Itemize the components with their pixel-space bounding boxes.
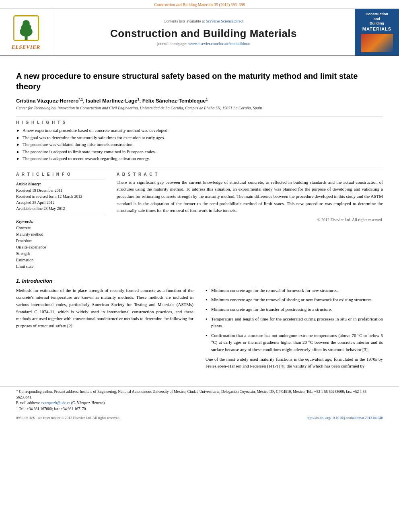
highlight-item: ►A new experimental procedure based on c… [16, 127, 383, 134]
intro-columns: Methods for estimation of the in-place s… [16, 287, 383, 374]
keywords-section: Keywords: ConcreteMaturity methodProcedu… [16, 219, 105, 270]
divider-2 [16, 168, 383, 168]
author2-name: , Isabel Martínez-Lage [83, 98, 137, 104]
author3-name: , Félix Sánchez-Tembleque [139, 98, 206, 104]
author1-name: Cristina Vázquez-Herrero [16, 98, 78, 104]
intro-paragraph-2: One of the most widely used maturity fun… [206, 356, 383, 370]
keyword-item: Maturity method [16, 231, 105, 238]
keywords-label: Keywords: [16, 219, 105, 224]
highlight-arrow-icon: ► [16, 149, 20, 155]
elsevier-logo-area: ELSEVIER [0, 9, 52, 55]
elsevier-tree-icon [12, 14, 40, 42]
issn-text: 0950-0618/$ - see front matter © 2012 El… [16, 416, 120, 420]
revised-date: Received in revised form 12 March 2012 [16, 193, 105, 199]
email-note: E-mail address: cvazquezh@udc.es (C. Váz… [16, 400, 383, 406]
accepted-date: Accepted 25 April 2012 [16, 199, 105, 205]
author1-sup: *,1 [78, 97, 83, 101]
divider-keywords [16, 215, 105, 215]
elsevier-label: ELSEVIER [12, 44, 41, 50]
highlights-section: H I G H L I G H T S ►A new experimental … [16, 120, 383, 162]
keyword-item: On site experience [16, 244, 105, 251]
homepage-url[interactable]: www.elsevier.com/locate/conbuildmat [188, 41, 250, 46]
bullet-list-item: Temperature and length of time for the a… [206, 316, 383, 330]
elsevier-logo: ELSEVIER [12, 14, 41, 50]
bullet-list-item: Confirmation that a structure has not un… [206, 332, 383, 353]
journal-title: Construction and Building Materials [110, 27, 297, 40]
highlight-item: ►The procedure is adapted to limit state… [16, 148, 383, 155]
svg-point-3 [23, 20, 30, 27]
intro-paragraph-1: Methods for estimation of the in-place s… [16, 287, 193, 330]
section-title: 1. Introduction [16, 278, 52, 284]
keyword-item: Procedure [16, 238, 105, 244]
journal-title-area: Contents lists available at SciVerse Sci… [52, 9, 355, 55]
highlight-arrow-icon: ► [16, 156, 20, 162]
highlight-item: ►The procedure is adapted to recent rese… [16, 155, 383, 162]
footnote1-text: 1 Tel.: +34 981 167000; fax: +34 981 167… [16, 406, 383, 412]
highlights-label: H I G H L I G H T S [16, 120, 383, 125]
article-title: A new procedure to ensure structural saf… [16, 71, 383, 92]
cover-title: ConstructionandBuildingMATERIALS [362, 12, 391, 32]
highlight-arrow-icon: ► [16, 135, 20, 141]
author3-sup: 1 [206, 97, 208, 101]
highlight-arrow-icon: ► [16, 142, 20, 148]
corresponding-author-note: * Corresponding author. Present address:… [16, 389, 383, 401]
doi-link[interactable]: http://dx.doi.org/10.1016/j.conbuildmat.… [306, 416, 383, 420]
journal-cover: ConstructionandBuildingMATERIALS [359, 12, 395, 52]
highlight-item: ►The goal was to determine the structura… [16, 134, 383, 141]
article-info-label: A R T I C L E I N F O [16, 172, 105, 177]
cover-image [361, 34, 393, 52]
available-date: Available online 23 May 2012 [16, 205, 105, 212]
authors-line: Cristina Vázquez-Herrero*,1, Isabel Mart… [16, 97, 383, 104]
introduction-section: 1. Introduction Methods for estimation o… [16, 278, 383, 374]
highlights-list: ►A new experimental procedure based on c… [16, 127, 383, 162]
email-link[interactable]: cvazquezh@udc.es [41, 401, 70, 405]
sciverse-link[interactable]: SciVerse ScienceDirect [206, 19, 244, 23]
footer-bar: 0950-0618/$ - see front matter © 2012 El… [0, 414, 399, 421]
keywords-list: ConcreteMaturity methodProcedureOn site … [16, 225, 105, 270]
keyword-item: Limit state [16, 263, 105, 270]
highlight-item: ►The procedure was validated during fals… [16, 141, 383, 148]
history-label: Article history: [16, 182, 105, 186]
journal-header: ELSEVIER Contents lists available at Sci… [0, 9, 399, 56]
divider-1 [16, 117, 383, 117]
highlight-arrow-icon: ► [16, 127, 20, 134]
affiliation: Center for Technological Innovation in C… [16, 105, 383, 111]
section-heading: 1. Introduction [16, 278, 383, 284]
journal-homepage: journal homepage: www.elsevier.com/locat… [157, 41, 250, 46]
copyright-line: © 2012 Elsevier Ltd. All rights reserved… [117, 218, 383, 222]
sciverse-line: Contents lists available at SciVerse Sci… [164, 19, 244, 23]
keyword-item: Estimation [16, 257, 105, 263]
footnote-area: * Corresponding author. Present address:… [0, 386, 399, 412]
abstract-label: A B S T R A C T [117, 172, 383, 177]
intro-bullet-list: Minimum concrete age for the removal of … [206, 287, 383, 353]
keyword-item: Strength [16, 251, 105, 257]
citation-bar: Construction and Building Materials 35 (… [0, 0, 399, 9]
keyword-item: Concrete [16, 225, 105, 231]
intro-right-col: Minimum concrete age for the removal of … [206, 287, 383, 374]
abstract-text: There is a significant gap between the c… [117, 179, 383, 214]
citation-text: Construction and Building Materials 35 (… [154, 2, 245, 7]
main-content: A new procedure to ensure structural saf… [0, 56, 399, 378]
article-info-col: A R T I C L E I N F O Article history: R… [16, 172, 105, 270]
bullet-list-item: Minimum concrete age for the removal of … [206, 296, 383, 304]
bullet-list-item: Minimum concrete age for the removal of … [206, 287, 383, 294]
received-date: Received 19 December 2011 [16, 187, 105, 193]
journal-cover-area: ConstructionandBuildingMATERIALS [355, 9, 399, 55]
article-history: Article history: Received 19 December 20… [16, 179, 105, 212]
intro-left-col: Methods for estimation of the in-place s… [16, 287, 193, 374]
bullet-list-item: Minimum concrete age for the transfer of… [206, 306, 383, 313]
page: Construction and Building Materials 35 (… [0, 0, 399, 532]
corresponding-author-text: * Corresponding author. Present address:… [16, 390, 366, 399]
info-abstract-columns: A R T I C L E I N F O Article history: R… [16, 172, 383, 270]
abstract-col: A B S T R A C T There is a significant g… [117, 172, 383, 270]
